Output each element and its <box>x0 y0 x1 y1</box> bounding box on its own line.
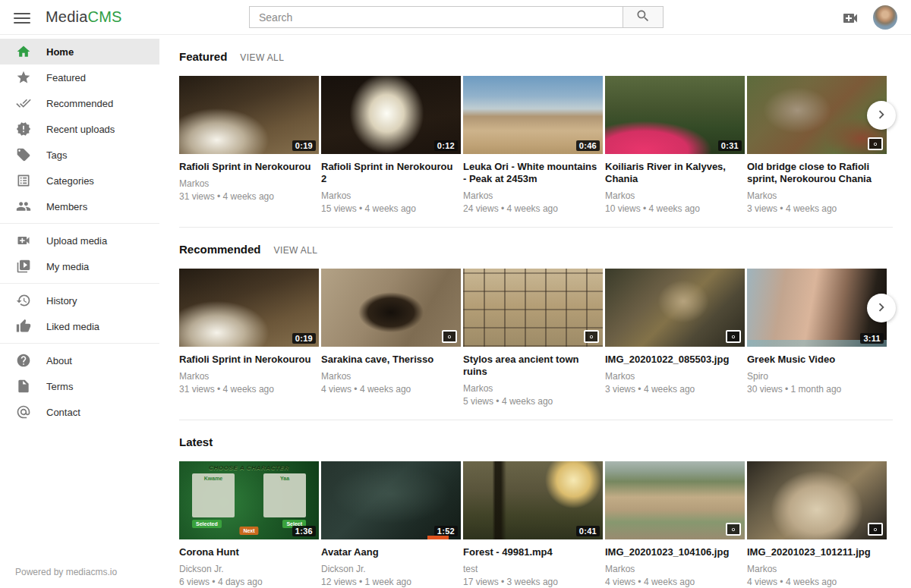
media-thumbnail[interactable] <box>605 461 745 539</box>
sidebar-item-home[interactable]: Home <box>0 39 159 64</box>
media-author[interactable]: Markos <box>321 371 461 382</box>
media-title[interactable]: Leuka Ori - White mountains - Peak at 24… <box>463 161 603 185</box>
sidebar-item-label: Terms <box>46 381 73 392</box>
media-title[interactable]: IMG_20201023_101211.jpg <box>747 546 887 558</box>
media-thumbnail[interactable] <box>747 76 887 154</box>
media-title[interactable]: Forest - 49981.mp4 <box>463 546 603 558</box>
media-card[interactable]: 0:31 Koiliaris River in Kalyves, Chania … <box>605 76 745 214</box>
media-card[interactable]: 0:19 Rafioli Sprint in Nerokourou Markos… <box>179 76 319 202</box>
media-card[interactable]: Old bridge close to Rafioli sprint, Nero… <box>747 76 887 214</box>
media-card[interactable]: 1:52 Avatar Aang Dickson Jr. 12 views • … <box>321 461 461 587</box>
media-author[interactable]: Markos <box>605 190 745 201</box>
media-thumbnail[interactable] <box>321 269 461 347</box>
media-author[interactable]: Markos <box>179 178 319 189</box>
media-title[interactable]: Corona Hunt <box>179 546 319 558</box>
sidebar-item-tags[interactable]: Tags <box>0 142 159 168</box>
media-author[interactable]: Dickson Jr. <box>321 564 461 574</box>
sidebar-item-contact[interactable]: Contact <box>0 399 159 425</box>
sidebar-item-label: Featured <box>46 72 86 83</box>
menu-icon[interactable] <box>14 10 30 25</box>
media-title[interactable]: Rafioli Sprint in Nerokourou <box>179 161 319 173</box>
media-card[interactable]: 0:46 Leuka Ori - White mountains - Peak … <box>463 76 603 214</box>
search-icon <box>635 8 651 27</box>
sidebar-item-label: Recommended <box>46 98 113 109</box>
media-thumbnail[interactable]: 0:19 <box>179 269 319 347</box>
sidebar-item-my-media[interactable]: My media <box>0 253 159 279</box>
media-card[interactable]: IMG_20201023_101211.jpg Markos 4 views •… <box>747 461 887 587</box>
media-title[interactable]: IMG_20201022_085503.jpg <box>605 354 745 366</box>
media-title[interactable]: Avatar Aang <box>321 546 461 558</box>
view-all-link[interactable]: VIEW ALL <box>240 52 284 63</box>
media-author[interactable]: Markos <box>321 190 461 201</box>
media-author[interactable]: Markos <box>179 371 319 382</box>
media-card[interactable]: CHOOSE A CHARACTER Kwame Yaa Selected Ne… <box>179 461 319 587</box>
media-thumbnail[interactable] <box>747 461 887 539</box>
media-thumbnail[interactable]: 0:31 <box>605 76 745 154</box>
sidebar-item-about[interactable]: About <box>0 347 159 373</box>
media-card[interactable]: 0:41 Forest - 49981.mp4 test 17 views • … <box>463 461 603 587</box>
media-card[interactable]: 0:12 Rafioli Sprint in Nerokourou 2 Mark… <box>321 76 461 214</box>
search-button[interactable] <box>623 6 664 28</box>
sidebar-item-featured[interactable]: Featured <box>0 64 159 90</box>
media-title[interactable]: Rafioli Sprint in Nerokourou 2 <box>321 161 461 185</box>
media-author[interactable]: Dickson Jr. <box>179 564 319 574</box>
sidebar-item-upload-media[interactable]: Upload media <box>0 228 159 253</box>
search-input[interactable] <box>249 6 623 28</box>
media-thumbnail[interactable]: 0:19 <box>179 76 319 154</box>
sidebar-item-terms[interactable]: Terms <box>0 373 159 399</box>
media-author[interactable]: Markos <box>747 564 887 574</box>
media-author[interactable]: Markos <box>463 190 603 201</box>
upload-media-icon[interactable] <box>841 9 859 27</box>
media-thumbnail[interactable]: 3:11 <box>747 269 887 347</box>
media-thumbnail[interactable]: CHOOSE A CHARACTER Kwame Yaa Selected Ne… <box>179 461 319 539</box>
media-thumbnail[interactable]: 0:12 <box>321 76 461 154</box>
sidebar-item-recommended[interactable]: Recommended <box>0 90 159 116</box>
media-title[interactable]: Old bridge close to Rafioli sprint, Nero… <box>747 161 887 185</box>
media-thumbnail[interactable]: 0:46 <box>463 76 603 154</box>
camera-icon <box>868 137 883 150</box>
at-email-icon <box>16 404 31 420</box>
game-next-button: Next <box>239 527 258 535</box>
app-logo[interactable]: MediaCMS <box>46 8 122 26</box>
sidebar-item-categories[interactable]: Categories <box>0 168 159 193</box>
media-author[interactable]: Spiro <box>747 371 887 382</box>
view-all-link[interactable]: VIEW ALL <box>274 245 318 256</box>
media-author[interactable]: Markos <box>747 190 887 201</box>
media-card[interactable]: 3:11 Greek Music Video Spiro 30 views • … <box>747 269 887 395</box>
camera-icon <box>584 330 599 343</box>
media-card[interactable]: 0:19 Rafioli Sprint in Nerokourou Markos… <box>179 269 319 395</box>
sidebar-item-liked-media[interactable]: Liked media <box>0 313 159 339</box>
media-title[interactable]: Greek Music Video <box>747 354 887 366</box>
media-card[interactable]: IMG_20201023_104106.jpg Markos 4 views •… <box>605 461 745 587</box>
media-title[interactable]: IMG_20201023_104106.jpg <box>605 546 745 558</box>
video-library-icon <box>16 259 31 274</box>
sidebar-item-members[interactable]: Members <box>0 193 159 219</box>
scroll-right-button[interactable] <box>867 101 896 130</box>
scroll-right-button[interactable] <box>867 294 896 322</box>
media-title[interactable]: Rafioli Sprint in Nerokourou <box>179 354 319 366</box>
section-latest: Latest CHOOSE A CHARACTER Kwame Yaa <box>179 420 893 588</box>
media-author[interactable]: Markos <box>463 383 603 394</box>
media-thumbnail[interactable]: 0:41 <box>463 461 603 539</box>
people-icon <box>16 199 31 214</box>
powered-by-text[interactable]: Powered by mediacms.io <box>15 567 117 577</box>
media-author[interactable]: Markos <box>605 371 745 382</box>
media-title[interactable]: Stylos area ancient town ruins <box>463 354 603 378</box>
sidebar-item-recent-uploads[interactable]: Recent uploads <box>0 116 159 142</box>
media-thumbnail[interactable] <box>463 269 603 347</box>
search-bar <box>249 6 664 28</box>
media-card[interactable]: IMG_20201022_085503.jpg Markos 3 views •… <box>605 269 745 395</box>
media-card[interactable]: Sarakina cave, Therisso Markos 4 views •… <box>321 269 461 395</box>
media-author[interactable]: test <box>463 564 603 574</box>
sidebar-item-history[interactable]: History <box>0 288 159 313</box>
media-meta: 6 views • 4 days ago <box>179 577 319 587</box>
help-icon <box>16 353 31 368</box>
media-title[interactable]: Koiliaris River in Kalyves, Chania <box>605 161 745 185</box>
media-author[interactable]: Markos <box>605 564 745 574</box>
media-thumbnail[interactable]: 1:52 <box>321 461 461 539</box>
media-thumbnail[interactable] <box>605 269 745 347</box>
sidebar-item-label: Tags <box>46 149 67 161</box>
media-title[interactable]: Sarakina cave, Therisso <box>321 354 461 366</box>
media-card[interactable]: Stylos area ancient town ruins Markos 5 … <box>463 269 603 407</box>
user-avatar[interactable] <box>873 5 897 30</box>
